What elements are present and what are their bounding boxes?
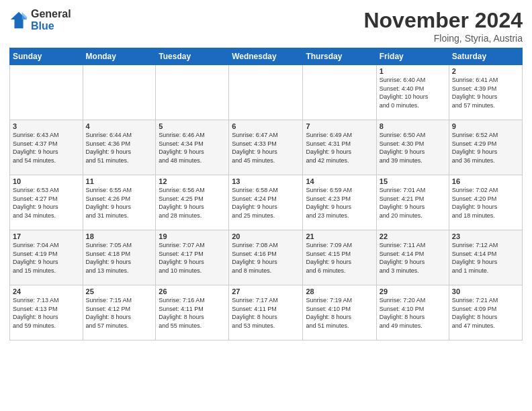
day-info: Sunrise: 6:43 AM Sunset: 4:37 PM Dayligh… [13,131,80,165]
col-tuesday: Tuesday [156,48,229,65]
day-info: Sunrise: 6:56 AM Sunset: 4:25 PM Dayligh… [159,186,226,220]
day-number: 16 [452,177,519,185]
day-info: Sunrise: 6:53 AM Sunset: 4:27 PM Dayligh… [13,186,80,220]
day-number: 19 [159,232,226,240]
day-info: Sunrise: 7:02 AM Sunset: 4:20 PM Dayligh… [452,186,519,220]
day-info: Sunrise: 7:21 AM Sunset: 4:09 PM Dayligh… [452,296,519,330]
calendar-cell: 26Sunrise: 7:16 AM Sunset: 4:11 PM Dayli… [156,285,229,340]
day-info: Sunrise: 7:11 AM Sunset: 4:14 PM Dayligh… [380,241,446,275]
day-info: Sunrise: 7:16 AM Sunset: 4:11 PM Dayligh… [159,296,226,330]
day-number: 4 [86,122,153,130]
calendar-cell: 4Sunrise: 6:44 AM Sunset: 4:36 PM Daylig… [83,120,156,175]
day-number: 12 [159,177,226,185]
day-info: Sunrise: 7:05 AM Sunset: 4:18 PM Dayligh… [86,241,153,275]
calendar-cell: 21Sunrise: 7:09 AM Sunset: 4:15 PM Dayli… [303,230,376,285]
day-number: 22 [380,232,446,240]
day-number: 21 [306,232,373,240]
calendar-cell [229,65,303,120]
page-container: General Blue November 2024 Floing, Styri… [0,0,532,411]
calendar-cell: 29Sunrise: 7:20 AM Sunset: 4:10 PM Dayli… [376,285,449,340]
day-number: 17 [13,232,80,240]
day-info: Sunrise: 7:15 AM Sunset: 4:12 PM Dayligh… [86,296,153,330]
day-info: Sunrise: 7:04 AM Sunset: 4:19 PM Dayligh… [13,241,80,275]
calendar-cell [303,65,376,120]
col-monday: Monday [83,48,156,65]
calendar-cell: 24Sunrise: 7:13 AM Sunset: 4:13 PM Dayli… [10,285,83,340]
svg-marker-0 [11,11,27,28]
day-info: Sunrise: 7:07 AM Sunset: 4:17 PM Dayligh… [159,241,226,275]
calendar-week-3: 10Sunrise: 6:53 AM Sunset: 4:27 PM Dayli… [10,175,523,230]
day-info: Sunrise: 6:49 AM Sunset: 4:31 PM Dayligh… [306,131,373,165]
col-friday: Friday [376,48,449,65]
calendar-cell: 22Sunrise: 7:11 AM Sunset: 4:14 PM Dayli… [376,230,449,285]
day-info: Sunrise: 6:58 AM Sunset: 4:24 PM Dayligh… [232,186,300,220]
day-number: 7 [306,122,373,130]
day-number: 18 [86,232,153,240]
logo-general: General [31,8,71,20]
calendar-table: Sunday Monday Tuesday Wednesday Thursday… [9,48,523,340]
calendar-cell: 23Sunrise: 7:12 AM Sunset: 4:14 PM Dayli… [449,230,522,285]
location: Floing, Styria, Austria [363,33,523,44]
calendar-cell: 18Sunrise: 7:05 AM Sunset: 4:18 PM Dayli… [83,230,156,285]
calendar-cell: 15Sunrise: 7:01 AM Sunset: 4:21 PM Dayli… [376,175,449,230]
logo: General Blue [9,8,71,32]
calendar-cell: 5Sunrise: 6:46 AM Sunset: 4:34 PM Daylig… [156,120,229,175]
day-number: 23 [452,232,519,240]
day-info: Sunrise: 7:09 AM Sunset: 4:15 PM Dayligh… [306,241,373,275]
calendar-cell: 2Sunrise: 6:41 AM Sunset: 4:39 PM Daylig… [449,65,522,120]
calendar-week-2: 3Sunrise: 6:43 AM Sunset: 4:37 PM Daylig… [10,120,523,175]
day-number: 14 [306,177,373,185]
calendar-cell [10,65,83,120]
calendar-cell: 20Sunrise: 7:08 AM Sunset: 4:16 PM Dayli… [229,230,303,285]
col-thursday: Thursday [303,48,376,65]
day-number: 10 [13,177,80,185]
logo-text: General Blue [31,8,71,32]
day-info: Sunrise: 7:17 AM Sunset: 4:11 PM Dayligh… [232,296,300,330]
day-number: 1 [380,67,446,75]
logo-blue: Blue [31,20,71,32]
day-number: 24 [13,287,80,295]
day-info: Sunrise: 7:12 AM Sunset: 4:14 PM Dayligh… [452,241,519,275]
calendar-cell: 9Sunrise: 6:52 AM Sunset: 4:29 PM Daylig… [449,120,522,175]
calendar-cell: 16Sunrise: 7:02 AM Sunset: 4:20 PM Dayli… [449,175,522,230]
calendar-cell: 30Sunrise: 7:21 AM Sunset: 4:09 PM Dayli… [449,285,522,340]
day-info: Sunrise: 6:59 AM Sunset: 4:23 PM Dayligh… [306,186,373,220]
day-number: 8 [380,122,446,130]
calendar-week-1: 1Sunrise: 6:40 AM Sunset: 4:40 PM Daylig… [10,65,523,120]
day-number: 9 [452,122,519,130]
calendar-cell: 7Sunrise: 6:49 AM Sunset: 4:31 PM Daylig… [303,120,376,175]
day-number: 26 [159,287,226,295]
month-title: November 2024 [363,8,523,33]
day-number: 29 [380,287,446,295]
day-info: Sunrise: 7:13 AM Sunset: 4:13 PM Dayligh… [13,296,80,330]
calendar-cell: 10Sunrise: 6:53 AM Sunset: 4:27 PM Dayli… [10,175,83,230]
title-block: November 2024 Floing, Styria, Austria [363,8,523,44]
calendar-cell: 13Sunrise: 6:58 AM Sunset: 4:24 PM Dayli… [229,175,303,230]
day-info: Sunrise: 6:50 AM Sunset: 4:30 PM Dayligh… [380,131,446,165]
calendar-cell [83,65,156,120]
calendar-header-row: Sunday Monday Tuesday Wednesday Thursday… [10,48,523,65]
page-header: General Blue November 2024 Floing, Styri… [9,8,523,44]
day-info: Sunrise: 7:20 AM Sunset: 4:10 PM Dayligh… [380,296,446,330]
day-number: 5 [159,122,226,130]
day-info: Sunrise: 6:44 AM Sunset: 4:36 PM Dayligh… [86,131,153,165]
day-info: Sunrise: 6:40 AM Sunset: 4:40 PM Dayligh… [380,76,446,109]
col-sunday: Sunday [10,48,83,65]
day-number: 6 [232,122,300,130]
calendar-cell: 14Sunrise: 6:59 AM Sunset: 4:23 PM Dayli… [303,175,376,230]
calendar-week-5: 24Sunrise: 7:13 AM Sunset: 4:13 PM Dayli… [10,285,523,340]
day-number: 2 [452,67,519,75]
calendar-cell: 19Sunrise: 7:07 AM Sunset: 4:17 PM Dayli… [156,230,229,285]
day-info: Sunrise: 7:19 AM Sunset: 4:10 PM Dayligh… [306,296,373,330]
calendar-cell: 28Sunrise: 7:19 AM Sunset: 4:10 PM Dayli… [303,285,376,340]
day-info: Sunrise: 6:41 AM Sunset: 4:39 PM Dayligh… [452,76,519,109]
col-wednesday: Wednesday [229,48,303,65]
day-number: 3 [13,122,80,130]
calendar-cell: 6Sunrise: 6:47 AM Sunset: 4:33 PM Daylig… [229,120,303,175]
day-number: 27 [232,287,300,295]
day-number: 28 [306,287,373,295]
day-number: 25 [86,287,153,295]
col-saturday: Saturday [449,48,522,65]
day-number: 13 [232,177,300,185]
calendar-cell: 17Sunrise: 7:04 AM Sunset: 4:19 PM Dayli… [10,230,83,285]
